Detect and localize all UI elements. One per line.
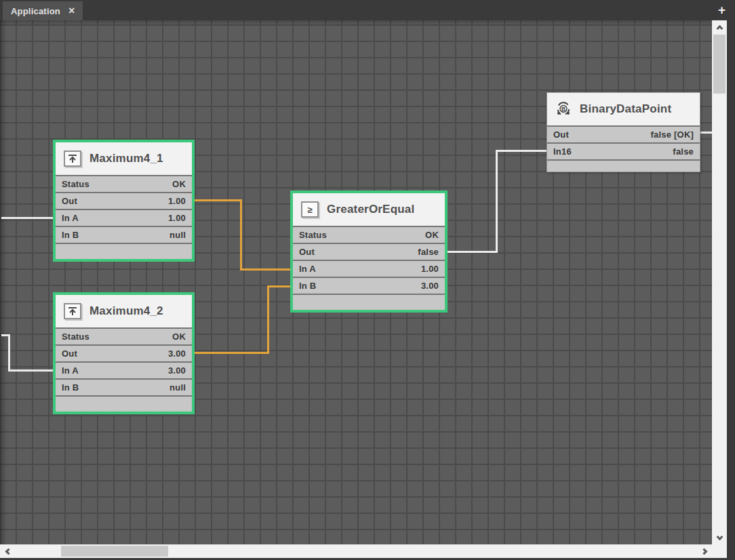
slot-label: Status (62, 179, 90, 189)
node-slot-out[interactable]: Out 1.00 (56, 192, 192, 209)
tab-bar: Application × + (0, 0, 735, 20)
wire-greaterorequal-out-to-binarydatapoint-in16[interactable] (496, 150, 498, 253)
node-title: Maximum4_1 (90, 152, 163, 165)
slot-label: In B (62, 230, 79, 240)
node-title-bar[interactable]: B BinaryDataPoint (547, 93, 700, 125)
tab-close-icon[interactable]: × (68, 5, 75, 16)
slot-value: false [OK] (651, 129, 694, 140)
slot-label: In A (62, 213, 79, 223)
wire-maximum4_1-out-to-greaterorequal-inA[interactable] (240, 268, 292, 271)
slot-label: Status (62, 332, 90, 342)
wire-left-to-maximum4_1-inA[interactable] (1, 217, 54, 219)
vertical-scrollbar-thumb[interactable] (713, 35, 726, 94)
slot-label: In16 (553, 146, 572, 157)
node-title: BinaryDataPoint (580, 102, 671, 116)
node-footer (293, 294, 445, 310)
slot-value: OK (425, 230, 439, 240)
maximum-icon (64, 151, 81, 167)
wire-maximum4_1-out-to-greaterorequal-inA[interactable] (240, 199, 242, 271)
scroll-left-button[interactable] (0, 544, 16, 558)
node-slot-inA[interactable]: In A 1.00 (56, 209, 192, 226)
greater-or-equal-icon: ≥ (301, 201, 319, 218)
node-binarydatapoint[interactable]: B BinaryDataPoint Out false [OK] In16 fa… (547, 92, 700, 172)
wire-left-to-maximum4_2-inA[interactable] (8, 369, 54, 372)
node-title-bar[interactable]: Maximum4_1 (56, 142, 192, 175)
slot-label: Out (62, 348, 77, 359)
node-greaterorequal[interactable]: ≥ GreaterOrEqual Status OK Out false In … (290, 191, 448, 313)
new-tab-icon[interactable]: + (718, 3, 726, 18)
node-slot-inA[interactable]: In A 3.00 (56, 361, 192, 378)
node-slot-inB[interactable]: In B null (56, 226, 192, 243)
tab-label: Application (11, 6, 60, 16)
wire-maximum4_2-out-to-greaterorequal-inB[interactable] (267, 285, 292, 287)
node-title-bar[interactable]: ≥ GreaterOrEqual (293, 193, 445, 226)
slot-label: Out (553, 129, 569, 140)
slot-label: In A (299, 264, 316, 274)
scrollbar-corner (712, 544, 727, 558)
slot-label: In A (62, 365, 79, 376)
horizontal-scrollbar-thumb[interactable] (61, 546, 168, 557)
wire-left-to-maximum4_2-inA[interactable] (8, 334, 10, 372)
chevron-up-icon (716, 24, 723, 31)
node-title: GreaterOrEqual (327, 203, 414, 216)
wire-maximum4_2-out-to-greaterorequal-inB[interactable] (193, 352, 269, 354)
wire-sheet-canvas[interactable]: Maximum4_1 Status OK Out 1.00 In A 1.00 … (0, 20, 712, 544)
node-slot-status[interactable]: Status OK (56, 175, 192, 192)
node-footer (547, 159, 700, 172)
slot-value: null (170, 230, 186, 240)
node-maximum4_1[interactable]: Maximum4_1 Status OK Out 1.00 In A 1.00 … (53, 140, 195, 262)
slot-value: 3.00 (168, 348, 186, 359)
wire-binarydatapoint-out-to-right[interactable] (698, 132, 712, 134)
slot-label: Out (62, 196, 77, 206)
slot-value: 1.00 (421, 264, 439, 274)
scroll-up-button[interactable] (712, 20, 727, 34)
chevron-left-icon (5, 548, 12, 555)
slot-value: OK (172, 332, 186, 342)
chevron-right-icon (700, 548, 707, 555)
node-footer (56, 243, 192, 259)
node-slot-inB[interactable]: In B null (56, 378, 192, 395)
node-maximum4_2[interactable]: Maximum4_2 Status OK Out 3.00 In A 3.00 … (53, 292, 195, 414)
slot-value: null (170, 382, 186, 393)
binary-data-point-icon: B (555, 101, 572, 117)
node-footer (56, 395, 192, 412)
node-slot-out[interactable]: Out false [OK] (547, 125, 700, 142)
wire-greaterorequal-out-to-binarydatapoint-in16[interactable] (446, 251, 498, 253)
node-slot-inA[interactable]: In A 1.00 (293, 260, 445, 277)
slot-label: In B (62, 382, 79, 393)
node-slot-status[interactable]: Status OK (293, 226, 445, 243)
tab-application[interactable]: Application × (3, 1, 83, 20)
slot-value: 1.00 (168, 196, 186, 206)
wire-sheet-window: Application × + Maximum4_1 (0, 0, 735, 560)
node-slot-in16[interactable]: In16 false (547, 142, 700, 159)
node-slot-inB[interactable]: In B 3.00 (293, 277, 445, 294)
scroll-down-button[interactable] (712, 531, 727, 544)
wire-maximum4_1-out-to-greaterorequal-inA[interactable] (193, 199, 242, 201)
chevron-down-icon (716, 534, 723, 540)
slot-value: false (673, 146, 694, 157)
wire-maximum4_2-out-to-greaterorequal-inB[interactable] (267, 285, 269, 354)
node-slot-status[interactable]: Status OK (56, 327, 192, 344)
slot-value: false (418, 247, 439, 257)
maximum-icon (64, 303, 81, 319)
slot-value: OK (172, 179, 186, 189)
slot-label: In B (299, 281, 316, 291)
slot-value: 3.00 (421, 281, 439, 291)
node-slot-out[interactable]: Out false (293, 243, 445, 260)
slot-value: 3.00 (168, 365, 186, 376)
node-title-bar[interactable]: Maximum4_2 (56, 295, 192, 327)
vertical-scrollbar[interactable] (712, 20, 727, 544)
slot-label: Out (299, 247, 315, 257)
node-title: Maximum4_2 (90, 304, 163, 318)
wire-greaterorequal-out-to-binarydatapoint-in16[interactable] (496, 150, 548, 152)
node-slot-out[interactable]: Out 3.00 (56, 344, 192, 361)
slot-value: 1.00 (168, 213, 186, 223)
horizontal-scrollbar[interactable] (0, 544, 712, 558)
scroll-right-button[interactable] (696, 544, 712, 558)
slot-label: Status (299, 230, 327, 240)
svg-text:B: B (561, 106, 565, 113)
